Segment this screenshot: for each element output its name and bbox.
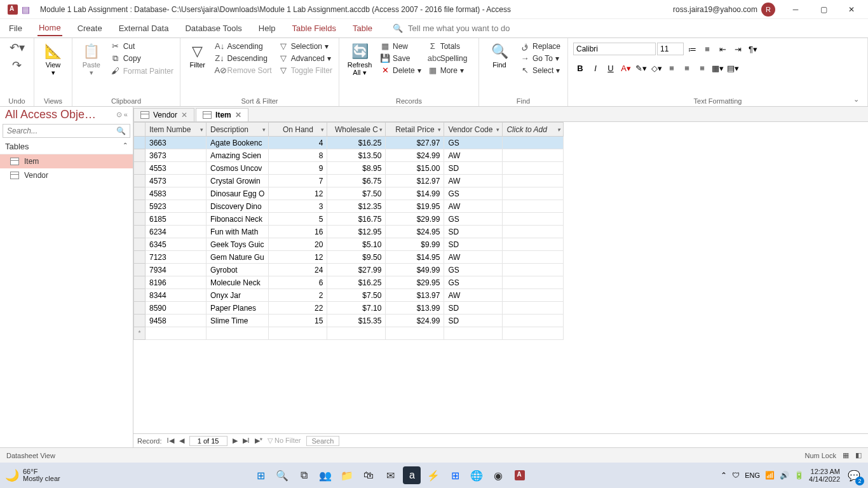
cell-desc[interactable]: Discovery Dino: [207, 200, 269, 213]
cell-item[interactable]: 6234: [146, 226, 207, 238]
row-selector[interactable]: [134, 137, 146, 149]
teams-icon[interactable]: 👥: [316, 466, 334, 484]
chevron-down-icon[interactable]: ▾: [438, 126, 441, 133]
edge-icon[interactable]: 🌐: [468, 466, 485, 484]
ribbon-collapse-button[interactable]: ⌄: [853, 95, 859, 104]
cell-item[interactable]: 8590: [146, 302, 207, 315]
cell-add[interactable]: [503, 315, 564, 327]
cell-desc[interactable]: Dinosaur Egg O: [207, 187, 269, 200]
column-header-onhand[interactable]: On Hand▾: [269, 123, 327, 137]
cell-desc[interactable]: Molecule Neck: [207, 276, 269, 289]
cell-wholesale[interactable]: $16.25: [327, 276, 386, 289]
row-selector[interactable]: [134, 276, 146, 289]
cell-item[interactable]: 7934: [146, 264, 207, 276]
view-button[interactable]: 📐 View▾: [39, 41, 67, 79]
first-record-button[interactable]: I◀: [167, 437, 174, 445]
cell-desc[interactable]: Onyx Jar: [207, 289, 269, 302]
alt-row-color-button[interactable]: ▤▾: [726, 61, 740, 75]
cell-vendor[interactable]: SD: [444, 302, 503, 315]
undo-button[interactable]: ↶▾: [10, 41, 25, 55]
tab-table-fields[interactable]: Table Fields: [291, 21, 337, 36]
column-header-wholesale[interactable]: Wholesale C▾: [327, 123, 386, 137]
cell-retail[interactable]: $19.95: [386, 200, 444, 213]
cell-item[interactable]: 5923: [146, 200, 207, 213]
cell-onhand[interactable]: 16: [269, 226, 327, 238]
tray-security-icon[interactable]: 🛡: [732, 471, 740, 480]
cell-retail[interactable]: $24.95: [386, 226, 444, 238]
copy-button[interactable]: ⧉Copy: [109, 53, 175, 64]
cell-add[interactable]: [503, 251, 564, 264]
cell-add[interactable]: [503, 238, 564, 251]
cell-retail[interactable]: $49.99: [386, 264, 444, 276]
format-painter-button[interactable]: 🖌Format Painter: [109, 65, 175, 76]
notifications-button[interactable]: 💬: [845, 466, 863, 484]
table-row[interactable]: 6234Fun with Math16$12.95$24.95SD: [134, 226, 564, 238]
table-row[interactable]: 3663Agate Bookenc4$16.25$27.97GS: [134, 137, 564, 149]
record-search-input[interactable]: Search: [306, 436, 340, 446]
cell-add[interactable]: [503, 162, 564, 175]
cell-item[interactable]: 8344: [146, 289, 207, 302]
cell-vendor[interactable]: SD: [444, 238, 503, 251]
store-icon[interactable]: 🛍: [360, 466, 377, 484]
dropbox-icon[interactable]: ⊞: [446, 466, 464, 484]
text-direction-button[interactable]: ¶▾: [746, 42, 760, 56]
save-quick-icon[interactable]: ▤: [22, 4, 30, 15]
start-button[interactable]: ⊞: [252, 466, 269, 484]
table-row[interactable]: 4583Dinosaur Egg O12$7.50$14.99GS: [134, 187, 564, 200]
cell-vendor[interactable]: SD: [444, 315, 503, 327]
cell-retail[interactable]: $29.95: [386, 276, 444, 289]
cell-onhand[interactable]: 5: [269, 213, 327, 226]
tray-chevron-icon[interactable]: ⌃: [721, 471, 727, 480]
cell-add[interactable]: [503, 226, 564, 238]
gridlines-button[interactable]: ▦▾: [710, 61, 724, 75]
cell-desc[interactable]: Fibonacci Neck: [207, 213, 269, 226]
row-selector[interactable]: [134, 175, 146, 187]
row-selector[interactable]: [134, 149, 146, 162]
table-row[interactable]: 6185Fibonacci Neck5$16.75$29.99GS: [134, 213, 564, 226]
cell-onhand[interactable]: 15: [269, 315, 327, 327]
cell-add[interactable]: [503, 264, 564, 276]
tab-help[interactable]: Help: [257, 21, 277, 36]
cell-onhand[interactable]: 12: [269, 187, 327, 200]
cell-desc[interactable]: Crystal Growin: [207, 175, 269, 187]
cell-retail[interactable]: $15.00: [386, 162, 444, 175]
chevron-down-icon[interactable]: ▾: [262, 126, 266, 133]
cell-wholesale[interactable]: $6.75: [327, 175, 386, 187]
cell-wholesale[interactable]: $12.35: [327, 200, 386, 213]
cut-button[interactable]: ✂Cut: [109, 41, 175, 51]
navpane-search[interactable]: 🔍: [3, 124, 130, 138]
cell-add[interactable]: [503, 276, 564, 289]
battery-icon[interactable]: 🔋: [794, 471, 804, 480]
cell-add[interactable]: [503, 175, 564, 187]
cell-vendor[interactable]: GS: [444, 213, 503, 226]
numbering-button[interactable]: ≡: [700, 42, 714, 56]
cell-retail[interactable]: $9.99: [386, 238, 444, 251]
toggle-filter-button[interactable]: ▽Toggle Filter: [277, 65, 334, 76]
chevron-down-icon[interactable]: ▾: [321, 126, 324, 133]
last-record-button[interactable]: ▶I: [243, 437, 250, 445]
column-header-description[interactable]: Description▾: [207, 123, 269, 137]
cell-wholesale[interactable]: $7.50: [327, 187, 386, 200]
chevron-down-icon[interactable]: ▾: [557, 126, 560, 133]
fill-color-button[interactable]: ◇▾: [649, 61, 663, 75]
align-right-button[interactable]: ≡: [695, 61, 709, 75]
advanced-button[interactable]: ▽Advanced ▾: [277, 53, 334, 64]
find-button[interactable]: 🔍 Find: [484, 41, 515, 71]
cell-vendor[interactable]: GS: [444, 264, 503, 276]
column-header-item-number[interactable]: Item Numbe▾: [146, 123, 207, 137]
cell-item[interactable]: 7123: [146, 251, 207, 264]
cell-wholesale[interactable]: $16.25: [327, 137, 386, 149]
table-row[interactable]: 9458Slime Time15$15.35$24.99SD: [134, 315, 564, 327]
cell-wholesale[interactable]: $15.35: [327, 315, 386, 327]
goto-button[interactable]: →Go To ▾: [519, 53, 562, 64]
tab-file[interactable]: File: [8, 21, 24, 36]
cell-desc[interactable]: Amazing Scien: [207, 149, 269, 162]
table-row[interactable]: 8344Onyx Jar2$7.50$13.97AW: [134, 289, 564, 302]
cell-vendor[interactable]: SD: [444, 226, 503, 238]
cell-add[interactable]: [503, 289, 564, 302]
save-record-button[interactable]: 💾Save: [379, 53, 423, 64]
app-icon[interactable]: ⚡: [424, 466, 442, 484]
column-header-add[interactable]: Click to Add▾: [503, 123, 564, 137]
highlight-button[interactable]: ✎▾: [634, 61, 648, 75]
cell-onhand[interactable]: 7: [269, 175, 327, 187]
